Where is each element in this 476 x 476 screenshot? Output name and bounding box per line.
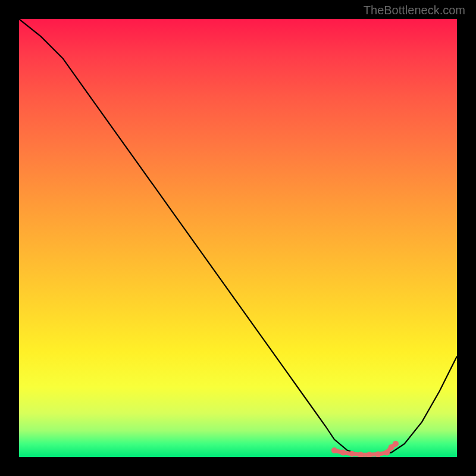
chart-svg	[19, 19, 457, 457]
marker-dot	[331, 447, 337, 453]
marker-dot	[349, 451, 355, 457]
watermark-text: TheBottleneck.com	[364, 4, 465, 17]
optimal-range-markers	[331, 441, 399, 457]
marker-dot	[384, 450, 390, 456]
marker-dot	[340, 450, 346, 456]
marker-dot	[367, 452, 372, 457]
bottleneck-curve	[19, 19, 457, 455]
marker-dot	[393, 441, 399, 447]
plot-area	[19, 19, 457, 457]
